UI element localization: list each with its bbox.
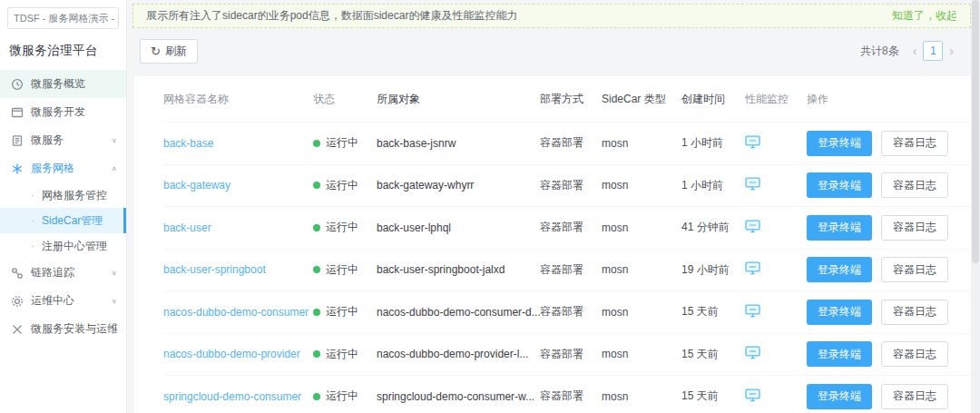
sidebar-item-mesh-service-control[interactable]: · 网格服务管控 xyxy=(0,182,126,208)
status-dot-icon xyxy=(313,182,320,189)
platform-title: 微服务治理平台 xyxy=(0,34,126,68)
table-body: back-base 运行中 back-base-jsnrw 容器部署 mosn … xyxy=(163,122,971,413)
performance-monitor-icon[interactable] xyxy=(745,304,760,318)
sidecar-type: mosn xyxy=(602,137,681,150)
pagination-page-1[interactable]: 1 xyxy=(923,41,943,61)
sidebar-item-trace[interactable]: 链路追踪 ∨ xyxy=(0,259,126,287)
chevron-down-icon: ∨ xyxy=(111,270,117,277)
sidecar-table-card: 网格容器名称状态所属对象部署方式SideCar 类型创建时间性能监控操作 bac… xyxy=(134,76,971,413)
sidebar-item-install-ops[interactable]: 微服务安装与运维 xyxy=(0,315,126,343)
status-dot-icon xyxy=(313,309,320,316)
owner-object: back-user-lphql xyxy=(377,221,540,234)
container-name-link[interactable]: back-base xyxy=(163,137,213,150)
status-dot-icon xyxy=(313,393,320,400)
vertical-scrollbar[interactable] xyxy=(971,0,980,413)
chevron-up-icon: ∧ xyxy=(111,165,117,172)
created-time: 1 小时前 xyxy=(681,178,745,193)
table-header-cell: 性能监控 xyxy=(745,92,807,107)
sidecar-type: mosn xyxy=(602,221,681,234)
login-terminal-button[interactable]: 登录终端 xyxy=(807,215,872,241)
sidebar-item-microservice-overview[interactable]: 微服务概览 xyxy=(0,70,126,98)
created-time: 15 天前 xyxy=(681,388,745,404)
tenant-select-label: TDSF - 服务网格演示 - 默... xyxy=(14,12,119,25)
chevron-down-icon: ∨ xyxy=(111,298,117,305)
sidebar-item-registry-management[interactable]: · 注册中心管理 xyxy=(0,233,126,259)
link-trace-icon xyxy=(11,267,24,280)
sidebar-item-service-mesh[interactable]: 服务网格 ∧ xyxy=(0,154,126,182)
status-text: 运行中 xyxy=(326,388,358,404)
refresh-label: 刷新 xyxy=(165,44,187,59)
container-name-link[interactable]: nacos-dubbo-demo-consumer xyxy=(163,306,309,319)
created-time: 1 小时前 xyxy=(681,135,745,151)
sidecar-type: mosn xyxy=(602,306,681,319)
login-terminal-button[interactable]: 登录终端 xyxy=(807,300,872,325)
container-logs-button[interactable]: 容器日志 xyxy=(881,215,948,241)
document-list-icon xyxy=(11,134,24,147)
login-terminal-button[interactable]: 登录终端 xyxy=(807,341,872,367)
table-row: back-base 运行中 back-base-jsnrw 容器部署 mosn … xyxy=(163,122,971,164)
overview-clock-icon xyxy=(11,78,24,91)
main-content: 展示所有注入了sidecar的业务pod信息，数据面sidecar的健康及性能监… xyxy=(127,0,980,413)
status-text: 运行中 xyxy=(326,304,358,320)
login-terminal-button[interactable]: 登录终端 xyxy=(807,257,872,282)
container-logs-button[interactable]: 容器日志 xyxy=(881,131,948,156)
deploy-method: 容器部署 xyxy=(540,304,602,320)
login-terminal-button[interactable]: 登录终端 xyxy=(807,172,872,198)
bullet-icon: · xyxy=(31,214,34,227)
sidebar-item-microservice[interactable]: 微服务 ∨ xyxy=(0,126,126,154)
table-header-cell: SideCar 类型 xyxy=(602,92,681,107)
container-logs-button[interactable]: 容器日志 xyxy=(881,341,948,367)
performance-monitor-icon[interactable] xyxy=(745,261,760,275)
status-text: 运行中 xyxy=(326,262,358,278)
table-row: back-user-springboot 运行中 back-user-sprin… xyxy=(163,249,971,291)
deploy-method: 容器部署 xyxy=(540,220,602,235)
bullet-icon: · xyxy=(31,240,34,252)
toolbar: ↻ 刷新 共计8条 ‹ 1 › xyxy=(127,28,980,74)
login-terminal-button[interactable]: 登录终端 xyxy=(807,131,872,156)
tenant-select[interactable]: TDSF - 服务网格演示 - 默... ∨ xyxy=(7,7,119,29)
table-header-row: 网格容器名称状态所属对象部署方式SideCar 类型创建时间性能监控操作 xyxy=(163,76,971,122)
login-terminal-button[interactable]: 登录终端 xyxy=(807,384,872,409)
owner-object: nacos-dubbo-demo-consumer-d... xyxy=(377,306,540,319)
sidebar-menu: 微服务概览 微服务开发 微服务 ∨ 服务网格 ∧ · 网格服务管控 xyxy=(0,70,126,343)
table-row: nacos-dubbo-demo-consumer 运行中 nacos-dubb… xyxy=(163,290,971,333)
performance-monitor-icon[interactable] xyxy=(745,346,760,359)
mesh-icon xyxy=(11,162,24,175)
sidebar-item-ops-center[interactable]: 运维中心 ∨ xyxy=(0,287,126,315)
gear-icon xyxy=(11,295,24,308)
scrollbar-thumb[interactable] xyxy=(972,0,979,263)
banner-dismiss-link[interactable]: 知道了，收起 xyxy=(892,8,957,24)
refresh-button[interactable]: ↻ 刷新 xyxy=(140,39,198,64)
sidebar-item-microservice-dev[interactable]: 微服务开发 xyxy=(0,98,126,126)
container-name-link[interactable]: nacos-dubbo-demo-provider xyxy=(163,348,300,360)
performance-monitor-icon[interactable] xyxy=(745,220,760,233)
pagination-next-icon[interactable]: › xyxy=(945,44,958,58)
status-text: 运行中 xyxy=(326,178,358,193)
container-logs-button[interactable]: 容器日志 xyxy=(881,300,948,325)
container-name-link[interactable]: back-gateway xyxy=(163,179,230,192)
container-logs-button[interactable]: 容器日志 xyxy=(881,384,948,409)
chevron-down-icon: ∨ xyxy=(111,137,117,144)
owner-object: back-base-jsnrw xyxy=(377,137,540,150)
created-time: 19 小时前 xyxy=(681,262,745,278)
container-name-link[interactable]: springcloud-demo-consumer xyxy=(163,390,301,403)
table-header-cell: 创建时间 xyxy=(681,92,745,107)
pagination-prev-icon[interactable]: ‹ xyxy=(908,44,922,58)
pagination: 共计8条 ‹ 1 › xyxy=(860,41,958,61)
status-text: 运行中 xyxy=(326,220,358,235)
owner-object: springcloud-demo-consumer-w... xyxy=(377,390,540,403)
table-row: back-gateway 运行中 back-gateway-whyrr 容器部署… xyxy=(163,164,971,207)
sidebar-item-sidecar-management[interactable]: · SideCar管理 xyxy=(0,208,126,233)
container-name-link[interactable]: back-user xyxy=(163,221,211,234)
container-name-link[interactable]: back-user-springboot xyxy=(163,263,266,276)
performance-monitor-icon[interactable] xyxy=(745,177,760,191)
sidebar-item-label: SideCar管理 xyxy=(42,213,103,229)
sidebar-item-label: 微服务 xyxy=(31,133,111,148)
created-time: 15 天前 xyxy=(681,347,745,362)
deploy-method: 容器部署 xyxy=(540,388,602,404)
sidebar-item-label: 注册中心管理 xyxy=(42,239,107,254)
performance-monitor-icon[interactable] xyxy=(745,388,760,402)
performance-monitor-icon[interactable] xyxy=(745,135,760,149)
container-logs-button[interactable]: 容器日志 xyxy=(881,172,948,198)
container-logs-button[interactable]: 容器日志 xyxy=(881,257,948,282)
